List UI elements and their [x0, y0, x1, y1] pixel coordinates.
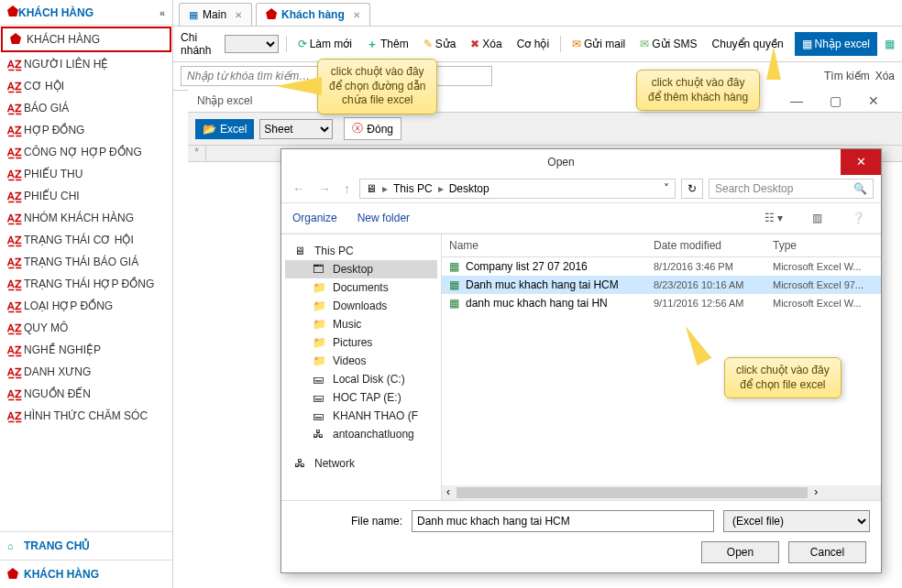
customers-icon [10, 33, 27, 46]
filename-input[interactable] [412, 510, 714, 532]
sidebar-item-tt-co-hoi[interactable]: A̲Z̲TRẠNG THÁI CƠ HỘI [0, 229, 172, 251]
tree-drive-e[interactable]: 🖴HOC TAP (E:) [285, 388, 437, 407]
open-button[interactable]: Open [701, 541, 779, 563]
az-icon: A̲Z̲ [7, 234, 24, 246]
sidebar-item-co-hoi[interactable]: A̲Z̲CƠ HỘI [0, 75, 172, 97]
opportunity-button[interactable]: Cơ hội [513, 36, 553, 52]
row-marker: * [188, 146, 206, 161]
close-icon[interactable]: ✕ [841, 149, 881, 175]
dialog-nav: ← → ↑ 🖥 ▸ This PC ▸ Desktop ˅ ↻ Search D… [281, 175, 881, 203]
edit-button[interactable]: ✎Sửa [420, 36, 460, 52]
sidebar-item-danh-xung[interactable]: A̲Z̲DANH XƯNG [0, 361, 172, 383]
import-excel-button[interactable]: ▦Nhập excel [795, 32, 877, 56]
sidebar-item-loai-hd[interactable]: A̲Z̲LOẠI HỢP ĐỒNG [0, 295, 172, 317]
search-label[interactable]: Tìm kiếm [824, 70, 870, 82]
sidebar-customers[interactable]: KHÁCH HÀNG [0, 560, 172, 588]
sidebar-item-nguoi-lien-he[interactable]: A̲Z̲NGƯỜI LIÊN HỆ [0, 53, 172, 75]
tree-documents[interactable]: 📁Documents [285, 278, 437, 297]
sidebar-title: KHÁCH HÀNG [18, 6, 160, 19]
h-scrollbar[interactable]: ‹› [442, 485, 881, 500]
tree-drive-c[interactable]: 🖴Local Disk (C:) [285, 370, 437, 388]
close-panel-button[interactable]: ⓧĐóng [344, 117, 402, 140]
view-icon[interactable]: ☷ ▾ [760, 209, 787, 227]
az-icon: A̲Z̲ [7, 191, 24, 202]
cancel-button[interactable]: Cancel [788, 541, 866, 563]
add-button[interactable]: ＋Thêm [363, 35, 412, 54]
branch-select[interactable] [225, 35, 278, 53]
organize-menu[interactable]: Organize [292, 212, 337, 224]
tree-network-loc[interactable]: 🖧antoanchatluong [285, 425, 437, 443]
export-icon[interactable]: ▦ [885, 38, 895, 50]
network-icon: 🖧 [313, 428, 327, 441]
drive-icon: 🖴 [313, 391, 327, 404]
sidebar-item-bao-gia[interactable]: A̲Z̲BÁO GIÁ [0, 97, 172, 119]
chevron-down-icon[interactable]: ˅ [664, 182, 669, 195]
tree-drive-f[interactable]: 🖴KHANH THAO (F [285, 407, 437, 425]
dialog-titlebar[interactable]: Open ✕ [281, 149, 881, 175]
sheet-select[interactable]: Sheet [259, 119, 333, 139]
mail-icon [572, 38, 581, 50]
file-header[interactable]: Name Date modified Type [442, 234, 881, 257]
sidebar-item-phieu-thu[interactable]: A̲Z̲PHIẾU THU [0, 163, 172, 185]
refresh-button[interactable]: Làm mới [294, 36, 356, 52]
sidebar-item-phieu-chi[interactable]: A̲Z̲PHIẾU CHI [0, 185, 172, 207]
sidebar-item-nhom-kh[interactable]: A̲Z̲NHÓM KHÁCH HÀNG [0, 207, 172, 229]
scroll-thumb[interactable] [456, 487, 808, 498]
choose-excel-button[interactable]: 📂Excel [195, 119, 254, 139]
tree-desktop[interactable]: 🗔Desktop [285, 260, 437, 278]
close-icon[interactable]: ✕ [235, 10, 242, 20]
tree-pictures[interactable]: 📁Pictures [285, 333, 437, 352]
sidebar-home[interactable]: ⌂TRANG CHỦ [0, 531, 172, 560]
delete-button[interactable]: ✖Xóa [467, 36, 505, 52]
az-icon: A̲Z̲ [7, 212, 24, 224]
col-type[interactable]: Type [773, 239, 874, 252]
filetype-select[interactable]: (Excel file) [723, 510, 870, 532]
refresh-icon[interactable]: ↻ [681, 179, 703, 199]
send-mail-button[interactable]: Gửi mail [568, 36, 629, 52]
tree-network[interactable]: 🖧Network [285, 454, 437, 473]
sidebar-item-hinh-thuc[interactable]: A̲Z̲HÌNH THỨC CHĂM SÓC [0, 405, 172, 427]
sidebar-item-nghe-nghiep[interactable]: A̲Z̲NGHỀ NGHIỆP [0, 339, 172, 361]
sidebar-item-cong-no[interactable]: A̲Z̲CÔNG NỢ HỢP ĐỒNG [0, 141, 172, 163]
send-sms-button[interactable]: Gửi SMS [636, 36, 700, 52]
close-icon[interactable]: ✕ [854, 93, 893, 108]
grid-icon: ▦ [189, 9, 198, 21]
clear-label[interactable]: Xóa [875, 70, 895, 82]
pc-icon: 🖥 [366, 182, 377, 195]
back-icon[interactable]: ← [289, 181, 309, 196]
new-folder-button[interactable]: New folder [358, 212, 410, 224]
col-name[interactable]: Name [449, 239, 654, 252]
file-row[interactable]: ▦danh muc khach hang tai HN9/11/2016 12:… [442, 294, 881, 312]
sidebar-item-tt-hop-dong[interactable]: A̲Z̲TRẠNG THÁI HỢP ĐỒNG [0, 273, 172, 295]
tree-this-pc[interactable]: 🖥This PC [285, 242, 437, 260]
file-row[interactable]: ▦Danh muc khach hang tai HCM8/23/2016 10… [442, 276, 881, 294]
tab-main[interactable]: ▦Main✕ [179, 3, 252, 26]
tree-downloads[interactable]: 📁Downloads [285, 297, 437, 315]
forward-icon[interactable]: → [314, 181, 335, 196]
drive-icon: 🖴 [313, 373, 327, 386]
tab-khach-hang[interactable]: Khách hàng✕ [256, 3, 370, 26]
tree-videos[interactable]: 📁Videos [285, 352, 437, 370]
sidebar-item-nguon-den[interactable]: A̲Z̲NGUỒN ĐẾN [0, 383, 172, 405]
maximize-icon[interactable]: ▢ [816, 93, 854, 108]
tree-music[interactable]: 📁Music [285, 315, 437, 333]
arrow-icon [267, 77, 322, 95]
dialog-toolbar: Organize New folder ☷ ▾ ▥ ❔ [281, 203, 881, 234]
close-icon[interactable]: ✕ [353, 10, 360, 20]
help-icon[interactable]: ❔ [847, 209, 870, 227]
sidebar-item-quy-mo[interactable]: A̲Z̲QUY MÔ [0, 317, 172, 339]
minimize-icon[interactable]: — [777, 93, 816, 108]
preview-icon[interactable]: ▥ [808, 209, 827, 227]
sidebar-item-tt-bao-gia[interactable]: A̲Z̲TRẠNG THÁI BÁO GIÁ [0, 251, 172, 273]
up-icon[interactable]: ↑ [340, 181, 354, 196]
desktop-icon: 🗔 [313, 263, 327, 276]
sidebar-item-hop-dong[interactable]: A̲Z̲HỢP ĐỒNG [0, 119, 172, 141]
file-row[interactable]: ▦Company list 27 07 20168/1/2016 3:46 PM… [442, 257, 881, 276]
sidebar-header[interactable]: KHÁCH HÀNG « [0, 0, 172, 26]
col-date[interactable]: Date modified [654, 239, 773, 252]
tooltip-choose-file: click chuột vào đây để chọn file excel [724, 357, 842, 398]
chevron-up-icon[interactable]: « [160, 7, 165, 18]
dialog-search[interactable]: Search Desktop🔍 [709, 179, 874, 199]
breadcrumb[interactable]: 🖥 ▸ This PC ▸ Desktop ˅ [359, 179, 676, 199]
sidebar-item-khach-hang[interactable]: KHÁCH HÀNG [1, 27, 171, 52]
